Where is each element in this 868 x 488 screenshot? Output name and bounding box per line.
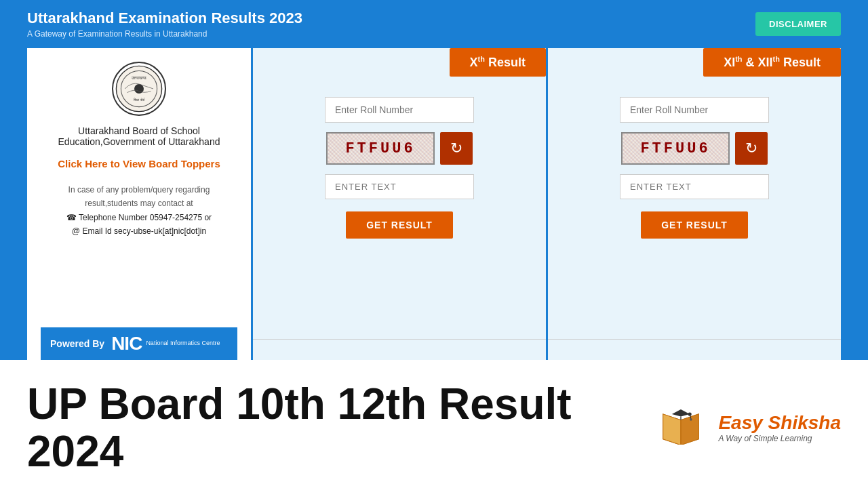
nic-logo: NIC National Informatics Centre [111,334,220,353]
contact-info: In case of any problem/query regarding r… [41,183,237,239]
easy-shiksha-icon [657,407,711,448]
contact-intro: In case of any problem/query regarding r… [41,183,237,211]
xith-captcha-box: FTFUU6 [621,132,730,165]
xth-result-panel: Xth Result FTFUU6 ↻ GET RESULT [251,48,546,360]
svg-text:उत्तराखण्ड: उत्तराखण्ड [131,76,146,80]
left-panel: उत्तराखण्ड शिक्षा बोर्ड Uttarakhand Boar… [27,48,251,360]
xith-captcha-row: FTFUU6 ↻ [621,132,768,165]
page-title: Uttarakhand Examination Results 2023 [27,9,302,27]
xith-badge: XIth & XIIth Result [703,48,841,77]
main-content: उत्तराखण्ड शिक्षा बोर्ड Uttarakhand Boar… [0,48,868,360]
easy-shiksha-brand: Easy Shiksha [718,412,841,434]
phone-number: ☎ Telephone Number 05947-254275 or [41,211,237,224]
xth-captcha-row: FTFUU6 ↻ [326,132,473,165]
nic-full-name: National Informatics Centre [146,340,220,348]
easy-shiksha-logo: Easy Shiksha A Way of Simple Learning [657,407,841,448]
xth-enter-text-input[interactable] [325,174,474,199]
xith-enter-text-input[interactable] [620,174,769,199]
big-title: UP Board 10th 12th Result 2024 [27,380,630,476]
xth-captcha-text: FTFUU6 [345,140,415,157]
svg-point-13 [690,419,693,422]
book-icon [657,407,705,445]
page-subtitle: A Gateway of Examination Results in Utta… [27,29,302,39]
xith-result-panel: XIth & XIIth Result FTFUU6 ↻ GET RESULT [546,48,841,360]
xth-captcha-refresh[interactable]: ↻ [440,132,473,165]
powered-by-block: Powered By NIC National Informatics Cent… [41,327,237,360]
result-panels: Xth Result FTFUU6 ↻ GET RESULT XIth & XI… [251,48,841,360]
xth-roll-input[interactable] [325,97,474,123]
svg-marker-9 [672,409,690,417]
svg-text:शिक्षा बोर्ड: शिक्षा बोर्ड [133,98,144,102]
xth-captcha-box: FTFUU6 [326,132,435,165]
board-logo-svg: उत्तराखण्ड शिक्षा बोर्ड [115,65,163,113]
toppers-link[interactable]: Click Here to View Board Toppers [58,158,220,169]
email-address: @ Email Id secy-ubse-uk[at]nic[dot]in [41,224,237,238]
nic-acronym: NIC [111,334,142,353]
header-title-block: Uttarakhand Examination Results 2023 A G… [27,9,302,39]
xith-separator [548,339,841,340]
easy-shiksha-tagline: A Way of Simple Learning [718,434,841,443]
easy-shiksha-text: Easy Shiksha A Way of Simple Learning [718,412,841,443]
xith-captcha-refresh[interactable]: ↻ [735,132,768,165]
xith-captcha-text: FTFUU6 [640,140,710,157]
board-name: Uttarakhand Board of School Education,Go… [41,125,237,147]
header: Uttarakhand Examination Results 2023 A G… [0,0,868,48]
xith-get-result-button[interactable]: GET RESULT [641,211,748,239]
xith-roll-input[interactable] [620,97,769,123]
xth-get-result-button[interactable]: GET RESULT [346,211,453,239]
bottom-section: UP Board 10th 12th Result 2024 Easy Shik… [0,360,868,488]
disclaimer-button[interactable]: DISCLAIMER [755,12,841,36]
board-logo: उत्तराखण्ड शिक्षा बोर्ड [112,62,166,116]
xth-separator [253,339,546,340]
powered-by-text: Powered By [50,338,104,349]
xth-badge: Xth Result [450,48,546,77]
